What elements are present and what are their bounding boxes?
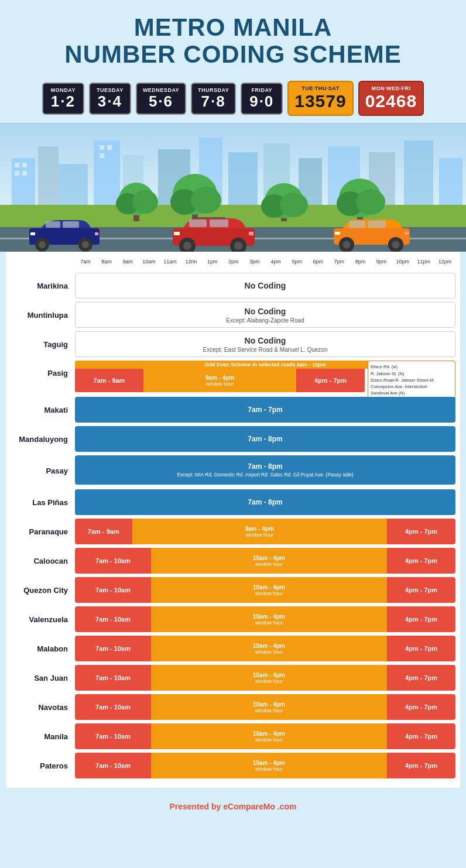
svg-rect-65 — [349, 221, 365, 228]
row-malabon: Malabon 7am - 10am 10am - 4pm window hou… — [11, 636, 455, 661]
page-title: METRO MANILA NUMBER CODING SCHEME — [12, 14, 454, 68]
plate-tuesday: TUESDAY 3·4 — [89, 83, 131, 115]
san-juan-bar: 7am - 10am 10am - 4pm window hour 4pm - … — [75, 665, 455, 691]
svg-rect-18 — [15, 163, 19, 167]
city-name-pasig: Pasig — [11, 361, 75, 378]
svg-point-56 — [234, 242, 242, 250]
malabon-bar: 7am - 10am 10am - 4pm window hour 4pm - … — [75, 636, 455, 661]
svg-rect-48 — [30, 232, 35, 235]
pasig-seg3: 4pm - 7pm — [296, 369, 365, 392]
svg-rect-72 — [405, 232, 409, 235]
table-section-header: 7am 8am 9am 10am 11am 12nn 1pm 2pm 3pm 4… — [6, 252, 460, 273]
city-name-pateros: Pateros — [11, 761, 75, 770]
svg-rect-19 — [22, 163, 27, 167]
city-name-caloocan: Caloocan — [11, 557, 75, 565]
svg-rect-17 — [439, 158, 462, 205]
footer-brand: eCompareMo — [223, 802, 275, 811]
city-name-muntinlupa: Muntinlupa — [11, 311, 75, 320]
city-name-navotas: Navotas — [11, 703, 75, 712]
city-name-marikina: Marikina — [11, 282, 75, 290]
row-taguig: Taguig No Coding Except: East Service Ro… — [11, 331, 455, 357]
footer: Presented by eCompareMo .com — [0, 794, 466, 821]
scene-svg — [0, 123, 466, 252]
caloocan-bar: 7am - 10am 10am - 4pm window hour 4pm - … — [75, 548, 455, 574]
svg-rect-43 — [63, 221, 79, 228]
svg-rect-6 — [59, 164, 88, 205]
row-paranaque: Paranaque 7am - 9am 9am - 4pm window hou… — [11, 519, 455, 544]
muntinlupa-bar: No Coding Except: Alabang-Zapote Road — [75, 302, 455, 328]
svg-point-36 — [280, 193, 308, 217]
pasay-bar: 7am - 8pm Except: MIA Rd. Domestic Rd. A… — [75, 455, 455, 485]
svg-rect-58 — [249, 232, 253, 235]
city-name-las-pinas: Las Piñas — [11, 498, 75, 507]
table-rows: Marikina No Coding Muntinlupa No Coding … — [6, 273, 460, 788]
row-mandaluyong: Mandaluyong 7am - 8pm — [11, 426, 455, 452]
svg-point-70 — [392, 241, 400, 249]
row-valenzuela: Valenzuela 7am - 10am 10am - 4pm window … — [11, 606, 455, 632]
plates-row: MONDAY 1·2 TUESDAY 3·4 WEDNESDAY 5·6 THU… — [0, 74, 466, 123]
row-pasig: Pasig Odd Even Scheme in selected roads … — [11, 361, 455, 393]
svg-point-28 — [132, 190, 158, 214]
taguig-bar: No Coding Except: East Service Road & Ma… — [75, 331, 455, 357]
row-marikina: Marikina No Coding — [11, 273, 455, 299]
valenzuela-bar: 7am - 10am 10am - 4pm window hour 4pm - … — [75, 606, 455, 632]
svg-point-54 — [183, 242, 191, 250]
manila-bar: 7am - 10am 10am - 4pm window hour 4pm - … — [75, 723, 455, 749]
city-name-mandaluyong: Mandaluyong — [11, 435, 75, 444]
city-name-paranaque: Paranaque — [11, 527, 75, 536]
svg-point-68 — [343, 241, 351, 249]
page-wrapper: METRO MANILA NUMBER CODING SCHEME MONDAY… — [0, 0, 466, 821]
las-pinas-bar: 7am - 8pm — [75, 489, 455, 515]
pateros-bar: 7am - 10am 10am - 4pm window hour 4pm - … — [75, 753, 455, 778]
svg-rect-24 — [100, 153, 104, 158]
svg-rect-7 — [94, 140, 120, 205]
plate-monday: MONDAY 1·2 — [42, 83, 84, 115]
row-pateros: Pateros 7am - 10am 10am - 4pm window hou… — [11, 753, 455, 778]
makati-bar: 7am - 7pm — [75, 397, 455, 423]
quezon-city-bar: 7am - 10am 10am - 4pm window hour 4pm - … — [75, 577, 455, 603]
svg-rect-57 — [174, 232, 180, 235]
row-manila: Manila 7am - 10am 10am - 4pm window hour… — [11, 723, 455, 749]
svg-rect-71 — [335, 232, 340, 235]
row-quezon-city: Quezon City 7am - 10am 10am - 4pm window… — [11, 577, 455, 603]
row-muntinlupa: Muntinlupa No Coding Except: Alabang-Zap… — [11, 302, 455, 328]
svg-rect-66 — [368, 221, 386, 228]
city-name-valenzuela: Valenzuela — [11, 615, 75, 624]
city-name-taguig: Taguig — [11, 340, 75, 349]
plate-odd: TUE·THU·SAT 13579 — [287, 81, 353, 116]
city-name-manila: Manila — [11, 732, 75, 741]
svg-rect-11 — [228, 152, 258, 205]
svg-point-40 — [356, 189, 385, 215]
city-name-malabon: Malabon — [11, 644, 75, 653]
footer-text-plain: Presented by — [169, 802, 223, 811]
city-scene — [0, 123, 466, 252]
svg-point-32 — [191, 187, 221, 214]
row-las-pinas: Las Piñas 7am - 8pm — [11, 489, 455, 515]
city-name-san-juan: San Juan — [11, 674, 75, 682]
time-header: 7am 8am 9am 10am 11am 12nn 1pm 2pm 3pm 4… — [11, 256, 455, 267]
svg-rect-23 — [107, 145, 112, 150]
header: METRO MANILA NUMBER CODING SCHEME — [0, 0, 466, 74]
svg-point-45 — [39, 241, 46, 248]
footer-suffix: .com — [277, 802, 297, 811]
row-san-juan: San Juan 7am - 10am 10am - 4pm window ho… — [11, 665, 455, 691]
city-name-makati: Makati — [11, 406, 75, 414]
svg-rect-20 — [15, 171, 19, 176]
svg-point-47 — [82, 241, 89, 248]
plate-wednesday: WEDNESDAY 5·6 — [136, 83, 186, 115]
marikina-bar: No Coding — [75, 273, 455, 299]
plate-thursday: THURSDAY 7·8 — [191, 83, 236, 115]
paranaque-bar: 7am - 9am 9am - 4pm window hour 4pm - 7p… — [75, 519, 455, 544]
svg-rect-16 — [404, 140, 433, 205]
mandaluyong-bar: 7am - 8pm — [75, 426, 455, 452]
city-name-quezon-city: Quezon City — [11, 586, 75, 595]
svg-rect-63 — [195, 217, 225, 218]
row-pasay: Pasay 7am - 8pm Except: MIA Rd. Domestic… — [11, 455, 455, 486]
svg-rect-51 — [189, 219, 207, 227]
row-navotas: Navotas 7am - 10am 10am - 4pm window hou… — [11, 694, 455, 720]
pasig-seg2: 9am - 4pm window hour — [143, 369, 296, 392]
city-name-pasay: Pasay — [11, 466, 75, 475]
svg-rect-42 — [46, 221, 60, 228]
svg-rect-49 — [95, 232, 98, 235]
plate-even: MON·WED·FRI 02468 — [358, 81, 424, 116]
